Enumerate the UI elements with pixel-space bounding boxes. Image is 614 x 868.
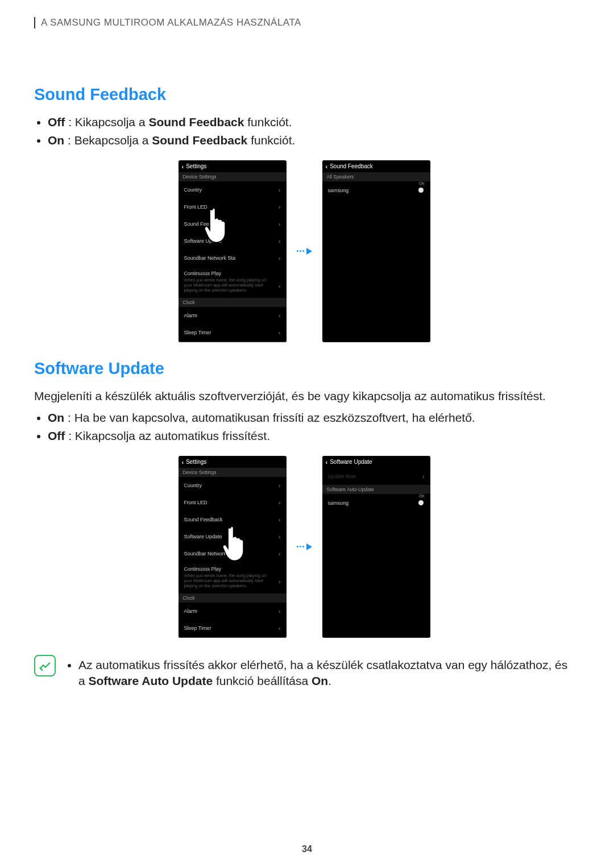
arrow-indicator: [297, 248, 312, 255]
chevron-right-icon: ›: [279, 499, 281, 506]
settings-row-software-update: Software Update›: [179, 232, 287, 250]
settings-screenshot-2: ‹Settings Device Settings Country› Front…: [179, 456, 287, 638]
settings-subheader-clock: Clock: [179, 298, 287, 307]
note-text: Az automatikus frissítés akkor elérhető,…: [78, 657, 574, 690]
settings-row-sound-feedback: Sound Feedback›: [179, 511, 287, 528]
settings-row-country: Country›: [179, 181, 287, 198]
settings-subheader-device: Device Settings: [179, 468, 287, 477]
software-update-intro: Megjeleníti a készülék aktuális szoftver…: [34, 388, 574, 404]
chevron-right-icon: ›: [279, 578, 281, 585]
back-chevron-icon: ‹: [182, 163, 184, 170]
arrow-indicator: [297, 543, 312, 550]
chevron-right-icon: ›: [279, 283, 281, 289]
sf-detail-sub: All Speakers: [322, 172, 430, 181]
settings-row-continuous-play: Continuous Play When you arrive home, th…: [179, 267, 287, 298]
chevron-right-icon: ›: [279, 186, 281, 193]
settings-title: ‹Settings: [179, 160, 287, 172]
chevron-right-icon: ›: [279, 516, 281, 523]
sf-samsung-row: samsung On: [322, 181, 430, 200]
settings-row-front-led: Front LED›: [179, 494, 287, 511]
su-detail-title: ‹Software Update: [322, 456, 430, 468]
sound-feedback-screenshot: ‹Sound Feedback All Speakers samsung On: [322, 160, 430, 342]
back-chevron-icon: ‹: [326, 459, 328, 466]
chevron-right-icon: ›: [279, 203, 281, 210]
list-item: On : Ha be van kapcsolva, automatikusan …: [48, 410, 574, 426]
chevron-right-icon: ›: [279, 625, 281, 632]
chevron-right-icon: ›: [279, 482, 281, 489]
software-update-figure: ‹Settings Device Settings Country› Front…: [34, 456, 574, 638]
page-number: 34: [0, 844, 614, 854]
chevron-right-icon: ›: [279, 312, 281, 319]
list-item: Off : Kikapcsolja a Sound Feedback funkc…: [48, 114, 574, 130]
su-update-now-row: Update Now›: [322, 468, 430, 485]
settings-row-front-led: Front LED›: [179, 198, 287, 215]
settings-row-alarm: Alarm›: [179, 307, 287, 324]
back-chevron-icon: ‹: [326, 163, 328, 170]
chevron-right-icon: ›: [279, 255, 281, 261]
list-item: On : Bekapcsolja a Sound Feedback funkci…: [48, 132, 574, 148]
settings-row-software-update: Software Update›: [179, 528, 287, 545]
settings-row-sleep-timer: Sleep Timer›: [179, 620, 287, 637]
settings-subheader-device: Device Settings: [179, 172, 287, 181]
chevron-right-icon: ›: [279, 221, 281, 227]
chevron-right-icon: ›: [279, 533, 281, 540]
chevron-right-icon: ›: [279, 550, 281, 557]
settings-row-country: Country›: [179, 477, 287, 494]
page-header: A SAMSUNG MULTIROOM ALKALMAZÁS HASZNÁLAT…: [34, 17, 574, 28]
chevron-right-icon: ›: [279, 238, 281, 244]
su-detail-sub: Software Auto-Update: [322, 485, 430, 494]
sound-feedback-figure: ‹Settings Device Settings Country› Front…: [34, 160, 574, 342]
note-icon: [34, 655, 56, 676]
list-item: Off : Kikapcsolja az automatikus frissít…: [48, 428, 574, 444]
settings-row-continuous-play: Continuous Play When you arrive home, th…: [179, 562, 287, 593]
settings-screenshot: ‹Settings Device Settings Country› Front…: [179, 160, 287, 342]
settings-title: ‹Settings: [179, 456, 287, 468]
note-block: Az automatikus frissítés akkor elérhető,…: [34, 655, 574, 692]
settings-row-sleep-timer: Sleep Timer›: [179, 324, 287, 341]
sf-detail-title: ‹Sound Feedback: [322, 160, 430, 172]
settings-subheader-support: Support: [179, 637, 287, 638]
chevron-right-icon: ›: [279, 329, 281, 336]
chevron-right-icon: ›: [279, 608, 281, 614]
software-update-bullets: On : Ha be van kapcsolva, automatikusan …: [34, 410, 574, 445]
su-samsung-row: samsung On: [322, 494, 430, 512]
settings-row-soundbar: Soundbar Network Sta›: [179, 545, 287, 562]
back-chevron-icon: ‹: [182, 459, 184, 466]
software-update-screenshot: ‹Software Update Update Now› Software Au…: [322, 456, 430, 638]
settings-subheader-support: Support: [179, 341, 287, 342]
sound-feedback-bullets: Off : Kikapcsolja a Sound Feedback funkc…: [34, 114, 574, 149]
toggle-switch: On: [412, 500, 425, 506]
settings-row-sound-feedback: Sound Feedback›: [179, 215, 287, 232]
settings-row-soundbar: Soundbar Network Sta›: [179, 250, 287, 267]
settings-subheader-clock: Clock: [179, 593, 287, 603]
toggle-switch: On: [412, 187, 425, 194]
settings-row-alarm: Alarm›: [179, 603, 287, 620]
section-title-software-update: Software Update: [34, 359, 574, 378]
section-title-sound-feedback: Sound Feedback: [34, 85, 574, 104]
chevron-right-icon: ›: [422, 473, 425, 480]
